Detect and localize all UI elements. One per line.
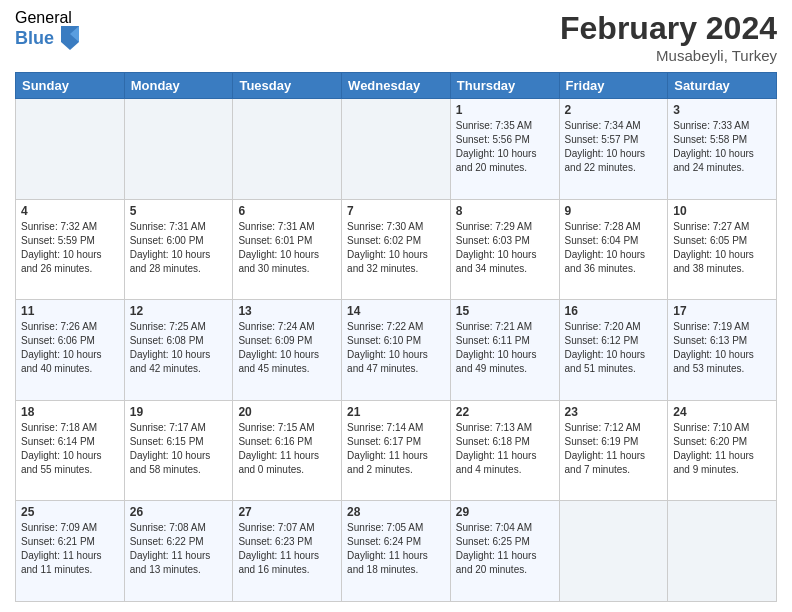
logo: General Blue — [15, 10, 79, 52]
title-section: February 2024 Musabeyli, Turkey — [560, 10, 777, 64]
day-info-9: Sunrise: 7:28 AM Sunset: 6:04 PM Dayligh… — [565, 220, 663, 276]
day-number-1: 1 — [456, 103, 554, 117]
calendar-cell-2-4: 15Sunrise: 7:21 AM Sunset: 6:11 PM Dayli… — [450, 300, 559, 401]
day-number-27: 27 — [238, 505, 336, 519]
day-info-20: Sunrise: 7:15 AM Sunset: 6:16 PM Dayligh… — [238, 421, 336, 477]
day-number-24: 24 — [673, 405, 771, 419]
calendar-cell-3-3: 21Sunrise: 7:14 AM Sunset: 6:17 PM Dayli… — [342, 400, 451, 501]
day-number-16: 16 — [565, 304, 663, 318]
calendar-cell-4-1: 26Sunrise: 7:08 AM Sunset: 6:22 PM Dayli… — [124, 501, 233, 602]
calendar-cell-1-6: 10Sunrise: 7:27 AM Sunset: 6:05 PM Dayli… — [668, 199, 777, 300]
calendar-cell-3-6: 24Sunrise: 7:10 AM Sunset: 6:20 PM Dayli… — [668, 400, 777, 501]
day-number-17: 17 — [673, 304, 771, 318]
day-number-9: 9 — [565, 204, 663, 218]
day-number-2: 2 — [565, 103, 663, 117]
calendar-cell-3-2: 20Sunrise: 7:15 AM Sunset: 6:16 PM Dayli… — [233, 400, 342, 501]
logo-blue: Blue — [15, 26, 79, 52]
logo-text: General Blue — [15, 10, 79, 52]
calendar-cell-4-4: 29Sunrise: 7:04 AM Sunset: 6:25 PM Dayli… — [450, 501, 559, 602]
week-row-4: 25Sunrise: 7:09 AM Sunset: 6:21 PM Dayli… — [16, 501, 777, 602]
day-number-5: 5 — [130, 204, 228, 218]
header-monday: Monday — [124, 73, 233, 99]
calendar-cell-1-3: 7Sunrise: 7:30 AM Sunset: 6:02 PM Daylig… — [342, 199, 451, 300]
calendar-cell-2-0: 11Sunrise: 7:26 AM Sunset: 6:06 PM Dayli… — [16, 300, 125, 401]
calendar-header: Sunday Monday Tuesday Wednesday Thursday… — [16, 73, 777, 99]
day-info-2: Sunrise: 7:34 AM Sunset: 5:57 PM Dayligh… — [565, 119, 663, 175]
day-info-4: Sunrise: 7:32 AM Sunset: 5:59 PM Dayligh… — [21, 220, 119, 276]
calendar-cell-4-3: 28Sunrise: 7:05 AM Sunset: 6:24 PM Dayli… — [342, 501, 451, 602]
month-title: February 2024 — [560, 10, 777, 47]
day-info-10: Sunrise: 7:27 AM Sunset: 6:05 PM Dayligh… — [673, 220, 771, 276]
day-number-4: 4 — [21, 204, 119, 218]
logo-general: General — [15, 10, 79, 26]
location: Musabeyli, Turkey — [560, 47, 777, 64]
page: General Blue February 2024 Musabeyli, Tu… — [0, 0, 792, 612]
day-info-26: Sunrise: 7:08 AM Sunset: 6:22 PM Dayligh… — [130, 521, 228, 577]
header-wednesday: Wednesday — [342, 73, 451, 99]
day-number-7: 7 — [347, 204, 445, 218]
calendar-cell-0-2 — [233, 99, 342, 200]
day-info-14: Sunrise: 7:22 AM Sunset: 6:10 PM Dayligh… — [347, 320, 445, 376]
day-number-18: 18 — [21, 405, 119, 419]
calendar-cell-0-5: 2Sunrise: 7:34 AM Sunset: 5:57 PM Daylig… — [559, 99, 668, 200]
calendar-cell-0-1 — [124, 99, 233, 200]
day-info-8: Sunrise: 7:29 AM Sunset: 6:03 PM Dayligh… — [456, 220, 554, 276]
day-number-26: 26 — [130, 505, 228, 519]
day-info-28: Sunrise: 7:05 AM Sunset: 6:24 PM Dayligh… — [347, 521, 445, 577]
calendar-cell-3-5: 23Sunrise: 7:12 AM Sunset: 6:19 PM Dayli… — [559, 400, 668, 501]
day-info-23: Sunrise: 7:12 AM Sunset: 6:19 PM Dayligh… — [565, 421, 663, 477]
day-info-18: Sunrise: 7:18 AM Sunset: 6:14 PM Dayligh… — [21, 421, 119, 477]
day-number-22: 22 — [456, 405, 554, 419]
day-info-6: Sunrise: 7:31 AM Sunset: 6:01 PM Dayligh… — [238, 220, 336, 276]
week-row-1: 4Sunrise: 7:32 AM Sunset: 5:59 PM Daylig… — [16, 199, 777, 300]
day-number-29: 29 — [456, 505, 554, 519]
calendar-cell-4-5 — [559, 501, 668, 602]
header-friday: Friday — [559, 73, 668, 99]
day-info-13: Sunrise: 7:24 AM Sunset: 6:09 PM Dayligh… — [238, 320, 336, 376]
calendar-cell-0-6: 3Sunrise: 7:33 AM Sunset: 5:58 PM Daylig… — [668, 99, 777, 200]
day-info-15: Sunrise: 7:21 AM Sunset: 6:11 PM Dayligh… — [456, 320, 554, 376]
calendar-cell-2-3: 14Sunrise: 7:22 AM Sunset: 6:10 PM Dayli… — [342, 300, 451, 401]
day-number-28: 28 — [347, 505, 445, 519]
day-info-1: Sunrise: 7:35 AM Sunset: 5:56 PM Dayligh… — [456, 119, 554, 175]
day-info-25: Sunrise: 7:09 AM Sunset: 6:21 PM Dayligh… — [21, 521, 119, 577]
day-number-25: 25 — [21, 505, 119, 519]
calendar-cell-2-1: 12Sunrise: 7:25 AM Sunset: 6:08 PM Dayli… — [124, 300, 233, 401]
week-row-2: 11Sunrise: 7:26 AM Sunset: 6:06 PM Dayli… — [16, 300, 777, 401]
calendar-table: Sunday Monday Tuesday Wednesday Thursday… — [15, 72, 777, 602]
day-number-15: 15 — [456, 304, 554, 318]
day-number-20: 20 — [238, 405, 336, 419]
day-info-27: Sunrise: 7:07 AM Sunset: 6:23 PM Dayligh… — [238, 521, 336, 577]
day-number-6: 6 — [238, 204, 336, 218]
day-info-29: Sunrise: 7:04 AM Sunset: 6:25 PM Dayligh… — [456, 521, 554, 577]
day-number-14: 14 — [347, 304, 445, 318]
day-info-7: Sunrise: 7:30 AM Sunset: 6:02 PM Dayligh… — [347, 220, 445, 276]
day-number-11: 11 — [21, 304, 119, 318]
calendar-cell-0-4: 1Sunrise: 7:35 AM Sunset: 5:56 PM Daylig… — [450, 99, 559, 200]
calendar-cell-1-0: 4Sunrise: 7:32 AM Sunset: 5:59 PM Daylig… — [16, 199, 125, 300]
calendar-cell-0-3 — [342, 99, 451, 200]
calendar-cell-1-4: 8Sunrise: 7:29 AM Sunset: 6:03 PM Daylig… — [450, 199, 559, 300]
day-info-16: Sunrise: 7:20 AM Sunset: 6:12 PM Dayligh… — [565, 320, 663, 376]
calendar-cell-4-0: 25Sunrise: 7:09 AM Sunset: 6:21 PM Dayli… — [16, 501, 125, 602]
calendar-body: 1Sunrise: 7:35 AM Sunset: 5:56 PM Daylig… — [16, 99, 777, 602]
calendar-cell-4-6 — [668, 501, 777, 602]
header: General Blue February 2024 Musabeyli, Tu… — [15, 10, 777, 64]
day-info-11: Sunrise: 7:26 AM Sunset: 6:06 PM Dayligh… — [21, 320, 119, 376]
calendar-cell-1-5: 9Sunrise: 7:28 AM Sunset: 6:04 PM Daylig… — [559, 199, 668, 300]
header-row: Sunday Monday Tuesday Wednesday Thursday… — [16, 73, 777, 99]
calendar-cell-2-6: 17Sunrise: 7:19 AM Sunset: 6:13 PM Dayli… — [668, 300, 777, 401]
calendar-cell-2-5: 16Sunrise: 7:20 AM Sunset: 6:12 PM Dayli… — [559, 300, 668, 401]
header-sunday: Sunday — [16, 73, 125, 99]
day-number-12: 12 — [130, 304, 228, 318]
day-info-5: Sunrise: 7:31 AM Sunset: 6:00 PM Dayligh… — [130, 220, 228, 276]
calendar-cell-3-0: 18Sunrise: 7:18 AM Sunset: 6:14 PM Dayli… — [16, 400, 125, 501]
calendar-cell-2-2: 13Sunrise: 7:24 AM Sunset: 6:09 PM Dayli… — [233, 300, 342, 401]
calendar-cell-0-0 — [16, 99, 125, 200]
header-tuesday: Tuesday — [233, 73, 342, 99]
day-info-21: Sunrise: 7:14 AM Sunset: 6:17 PM Dayligh… — [347, 421, 445, 477]
header-saturday: Saturday — [668, 73, 777, 99]
logo-icon — [61, 26, 79, 50]
calendar-cell-4-2: 27Sunrise: 7:07 AM Sunset: 6:23 PM Dayli… — [233, 501, 342, 602]
week-row-3: 18Sunrise: 7:18 AM Sunset: 6:14 PM Dayli… — [16, 400, 777, 501]
